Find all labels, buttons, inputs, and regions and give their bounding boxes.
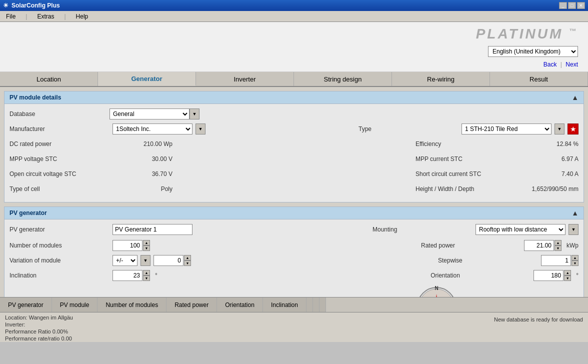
menu-file[interactable]: File bbox=[4, 12, 18, 21]
bottom-tab-extra-3[interactable] bbox=[320, 298, 326, 312]
mounting-group: Mounting Rooftop with low distance ▼ bbox=[372, 224, 578, 235]
inclination-down-btn[interactable]: ▼ bbox=[143, 276, 150, 281]
num-modules-input[interactable] bbox=[112, 240, 142, 251]
stepwise-down-btn[interactable]: ▼ bbox=[572, 260, 578, 266]
bottom-tab-extra-2[interactable] bbox=[313, 298, 320, 312]
back-link[interactable]: Back bbox=[544, 61, 557, 68]
stepwise-label: Stepwise bbox=[438, 257, 538, 264]
rated-power-unit: kWp bbox=[566, 242, 578, 249]
location-label: Location: bbox=[5, 314, 28, 320]
bottom-tab-rated-power[interactable]: Rated power bbox=[166, 298, 217, 312]
pv-generator-header: PV generator ▲ bbox=[4, 206, 584, 220]
variation-type-dropdown-btn[interactable]: ▼ bbox=[140, 255, 150, 266]
variation-type-select[interactable]: +/- bbox=[112, 255, 138, 266]
dc-rated-power-value: 210.00 Wp bbox=[112, 140, 172, 148]
mounting-label: Mounting bbox=[372, 226, 472, 233]
visualization-row: N S W E bbox=[10, 286, 578, 297]
tab-inverter[interactable]: Inverter bbox=[196, 72, 294, 86]
compass-icon: N S W E bbox=[414, 284, 459, 297]
stepwise-up-btn[interactable]: ▲ bbox=[572, 255, 578, 260]
type-dropdown-btn[interactable]: ▼ bbox=[554, 124, 564, 134]
bottom-tab-pv-module[interactable]: PV module bbox=[52, 298, 98, 312]
performance-ratio-value: 0.00% bbox=[52, 328, 68, 334]
menu-extras[interactable]: Extras bbox=[35, 12, 56, 21]
tab-location[interactable]: Location bbox=[0, 72, 98, 86]
database-select[interactable]: General bbox=[110, 108, 190, 120]
pv-module-section: PV module details ▲ Database General ▼ M… bbox=[4, 91, 584, 202]
circuit-row: Open circuit voltage STC 36.70 V Short c… bbox=[10, 168, 578, 180]
maximize-button[interactable]: □ bbox=[568, 2, 576, 9]
rated-power-down-btn[interactable]: ▼ bbox=[554, 246, 562, 251]
nav-links: Back | Next bbox=[544, 61, 578, 68]
bottom-tab-inclination[interactable]: Inclination bbox=[263, 298, 306, 312]
header: PLATINUM ™ English (United Kingdom) Back… bbox=[0, 22, 588, 72]
tab-re-wiring[interactable]: Re-wiring bbox=[392, 72, 490, 86]
inclination-label: Inclination bbox=[10, 272, 110, 279]
bottom-tab-num-modules[interactable]: Number of modules bbox=[98, 298, 166, 312]
rated-power-up-btn[interactable]: ▲ bbox=[554, 240, 562, 246]
type-group: Type 1 STH-210 Tile Red ▼ ★ bbox=[358, 124, 578, 134]
orientation-up-btn[interactable]: ▲ bbox=[564, 270, 571, 276]
mpp-voltage-group: MPP voltage STC 30.00 V bbox=[10, 156, 172, 162]
pv-generator-input[interactable] bbox=[112, 224, 192, 235]
title-bar-title: ☀ SolarConfig Plus bbox=[3, 2, 60, 9]
language-selector-wrap: English (United Kingdom) bbox=[488, 46, 578, 57]
orientation-down-btn[interactable]: ▼ bbox=[564, 276, 571, 281]
open-circuit-label: Open circuit voltage STC bbox=[10, 170, 110, 178]
mpp-voltage-label: MPP voltage STC bbox=[10, 156, 110, 162]
variation-label: Variation of module bbox=[10, 257, 110, 264]
stepwise-input[interactable] bbox=[541, 255, 571, 266]
mounting-select[interactable]: Rooftop with low distance bbox=[476, 224, 566, 235]
manufacturer-dropdown-btn[interactable]: ▼ bbox=[196, 124, 206, 134]
pv-module-header: PV module details ▲ bbox=[4, 91, 584, 104]
minimize-button[interactable]: _ bbox=[559, 2, 567, 9]
variation-up-btn[interactable]: ▲ bbox=[184, 255, 191, 260]
incl-orient-row: Inclination ▲ ▼ ° Orientation bbox=[10, 270, 578, 282]
menu-help[interactable]: Help bbox=[74, 12, 90, 21]
tab-generator[interactable]: Generator bbox=[98, 72, 196, 86]
variation-group: Variation of module +/- ▼ ▲ ▼ bbox=[10, 255, 191, 266]
close-button[interactable]: ✕ bbox=[577, 2, 585, 9]
orientation-unit: ° bbox=[576, 272, 578, 279]
manufacturer-label: Manufacturer bbox=[10, 126, 110, 132]
num-modules-down-btn[interactable]: ▼ bbox=[143, 246, 150, 251]
performance-rate-value: 0.00 bbox=[62, 336, 72, 342]
orientation-label: Orientation bbox=[430, 272, 530, 279]
mpp-voltage-value: 30.00 V bbox=[112, 156, 172, 162]
efficiency-group: Efficiency 12.84 % bbox=[416, 140, 578, 148]
database-dropdown-btn[interactable]: ▼ bbox=[190, 108, 200, 120]
open-circuit-value: 36.70 V bbox=[112, 170, 172, 178]
inclination-input[interactable] bbox=[112, 270, 142, 281]
tab-string-design[interactable]: String design bbox=[294, 72, 392, 86]
cell-type-value: Poly bbox=[112, 186, 172, 192]
inclination-up-btn[interactable]: ▲ bbox=[143, 270, 150, 276]
pv-module-collapse-btn[interactable]: ▲ bbox=[572, 94, 578, 102]
bottom-tab-extra-1[interactable] bbox=[306, 298, 313, 312]
manufacturer-type-row: Manufacturer 1Soltech Inc. ▼ Type 1 STH-… bbox=[10, 123, 578, 135]
mounting-dropdown-btn[interactable]: ▼ bbox=[568, 224, 578, 235]
num-modules-up-btn[interactable]: ▲ bbox=[143, 240, 150, 246]
variation-down-btn[interactable]: ▼ bbox=[184, 260, 191, 266]
favorite-btn[interactable]: ★ bbox=[568, 124, 578, 134]
mpp-current-value: 6.97 A bbox=[518, 156, 578, 162]
orientation-input[interactable] bbox=[534, 270, 564, 281]
inclination-spinner: ▲ ▼ bbox=[112, 270, 150, 281]
manufacturer-select[interactable]: 1Soltech Inc. bbox=[112, 124, 192, 134]
bottom-tab-pv-generator[interactable]: PV generator bbox=[0, 298, 52, 312]
variation-input[interactable] bbox=[154, 255, 184, 266]
tab-result[interactable]: Result bbox=[490, 72, 588, 86]
performance-rate-status: Performance rate/ratio 0.00 bbox=[5, 336, 73, 342]
nav-separator: | bbox=[560, 61, 564, 68]
rated-power-input[interactable] bbox=[524, 240, 554, 251]
mpp-current-group: MPP current STC 6.97 A bbox=[416, 156, 578, 162]
next-link[interactable]: Next bbox=[566, 61, 578, 68]
pv-generator-collapse-btn[interactable]: ▲ bbox=[572, 209, 578, 217]
type-select[interactable]: 1 STH-210 Tile Red bbox=[462, 124, 552, 134]
orientation-group: Orientation ▲ ▼ ° bbox=[430, 270, 578, 281]
rated-power-spinner-btns: ▲ ▼ bbox=[554, 240, 562, 251]
num-modules-spinner-btns: ▲ ▼ bbox=[143, 240, 150, 251]
dc-group: DC rated power 210.00 Wp bbox=[10, 140, 172, 148]
language-select[interactable]: English (United Kingdom) bbox=[488, 46, 578, 57]
bottom-tab-orientation[interactable]: Orientation bbox=[217, 298, 263, 312]
cell-type-group: Type of cell Poly bbox=[10, 186, 172, 192]
